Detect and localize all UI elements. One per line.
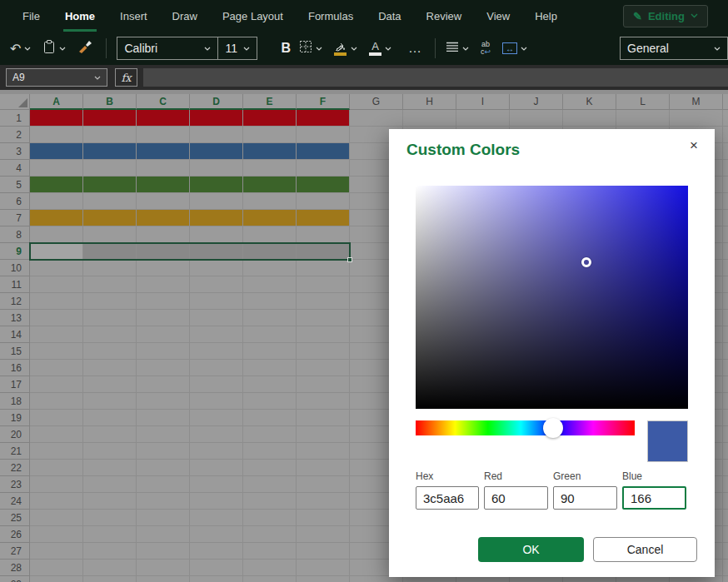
cell-J1[interactable] <box>510 110 563 127</box>
cell-B17[interactable] <box>83 376 137 393</box>
row-header-29[interactable]: 29 <box>0 576 30 582</box>
row-header-15[interactable]: 15 <box>0 343 30 360</box>
chevron-down-icon[interactable] <box>24 47 31 51</box>
editing-mode-button[interactable]: ✎ Editing <box>623 5 708 27</box>
blue-input[interactable] <box>622 486 686 510</box>
cell-C11[interactable] <box>137 276 190 293</box>
cell-B23[interactable] <box>83 476 137 493</box>
cell-D28[interactable] <box>190 560 243 576</box>
chevron-down-icon[interactable] <box>59 47 66 51</box>
row-header-14[interactable]: 14 <box>0 326 30 343</box>
cell-B8[interactable] <box>83 226 137 243</box>
cell-A18[interactable] <box>30 393 83 410</box>
cell-x8[interactable] <box>723 226 728 243</box>
cell-A24[interactable] <box>30 493 83 510</box>
cell-B20[interactable] <box>83 426 137 443</box>
cell-E3[interactable] <box>243 143 297 160</box>
merge-cells-button[interactable]: ↔ <box>502 42 527 54</box>
cell-B25[interactable] <box>83 510 137 526</box>
cell-F27[interactable] <box>297 543 350 560</box>
row-header-9[interactable]: 9 <box>0 243 30 260</box>
cell-F23[interactable] <box>297 476 350 493</box>
cell-F7[interactable] <box>297 210 350 226</box>
cell-A13[interactable] <box>30 310 83 326</box>
cell-H1[interactable] <box>403 110 456 127</box>
cell-C13[interactable] <box>137 310 190 326</box>
cell-B22[interactable] <box>83 460 137 476</box>
column-header-C[interactable]: C <box>137 94 190 110</box>
cell-E5[interactable] <box>243 177 297 193</box>
tab-insert[interactable]: Insert <box>107 0 160 32</box>
cell-A28[interactable] <box>30 560 83 576</box>
column-header-I[interactable]: I <box>456 94 510 110</box>
tab-page-layout[interactable]: Page Layout <box>210 0 296 32</box>
cell-B12[interactable] <box>83 293 137 310</box>
cell-L29[interactable] <box>616 576 670 582</box>
cell-E18[interactable] <box>243 393 297 410</box>
cell-E16[interactable] <box>243 360 297 376</box>
cell-D27[interactable] <box>190 543 243 560</box>
cell-F2[interactable] <box>297 127 350 143</box>
cell-x13[interactable] <box>723 310 728 326</box>
cell-x25[interactable] <box>723 510 728 526</box>
cell-x11[interactable] <box>723 276 728 293</box>
align-button[interactable] <box>446 41 469 56</box>
cell-F16[interactable] <box>297 360 350 376</box>
cell-F24[interactable] <box>297 493 350 510</box>
cell-E19[interactable] <box>243 410 297 426</box>
hue-slider-thumb[interactable] <box>543 418 563 438</box>
cell-E17[interactable] <box>243 376 297 393</box>
cell-F25[interactable] <box>297 510 350 526</box>
cell-F18[interactable] <box>297 393 350 410</box>
cell-x21[interactable] <box>723 443 728 460</box>
tab-formulas[interactable]: Formulas <box>296 0 366 32</box>
row-header-22[interactable]: 22 <box>0 460 30 476</box>
column-header-F[interactable]: F <box>297 94 350 110</box>
column-header-K[interactable]: K <box>563 94 616 110</box>
cell-F29[interactable] <box>297 576 350 582</box>
cell-B11[interactable] <box>83 276 137 293</box>
cell-A5[interactable] <box>30 177 83 193</box>
cell-E20[interactable] <box>243 426 297 443</box>
cell-E4[interactable] <box>243 160 297 177</box>
cell-B9[interactable] <box>83 243 137 260</box>
cell-A20[interactable] <box>30 426 83 443</box>
bold-button[interactable]: B <box>281 41 291 56</box>
cell-A16[interactable] <box>30 360 83 376</box>
cell-E11[interactable] <box>243 276 297 293</box>
cell-C28[interactable] <box>137 560 190 576</box>
cell-D11[interactable] <box>190 276 243 293</box>
cell-C6[interactable] <box>137 193 190 210</box>
cell-F10[interactable] <box>297 260 350 276</box>
cell-F9[interactable] <box>297 243 350 260</box>
cell-A7[interactable] <box>30 210 83 226</box>
cell-C26[interactable] <box>137 526 190 543</box>
number-format-select[interactable]: General <box>620 37 728 60</box>
cell-C17[interactable] <box>137 376 190 393</box>
row-header-24[interactable]: 24 <box>0 493 30 510</box>
cell-D14[interactable] <box>190 326 243 343</box>
cell-L1[interactable] <box>616 110 670 127</box>
cell-C7[interactable] <box>137 210 190 226</box>
cell-B27[interactable] <box>83 543 137 560</box>
cell-F4[interactable] <box>297 160 350 177</box>
cell-D2[interactable] <box>190 127 243 143</box>
cell-D22[interactable] <box>190 460 243 476</box>
cell-E2[interactable] <box>243 127 297 143</box>
row-header-13[interactable]: 13 <box>0 310 30 326</box>
hue-slider[interactable] <box>416 420 635 435</box>
cell-E27[interactable] <box>243 543 297 560</box>
cell-A17[interactable] <box>30 376 83 393</box>
borders-button[interactable] <box>299 40 322 57</box>
cell-C8[interactable] <box>137 226 190 243</box>
cell-x23[interactable] <box>723 476 728 493</box>
cell-D8[interactable] <box>190 226 243 243</box>
cell-D5[interactable] <box>190 177 243 193</box>
cell-D1[interactable] <box>190 110 243 127</box>
cell-D23[interactable] <box>190 476 243 493</box>
cell-A8[interactable] <box>30 226 83 243</box>
row-header-27[interactable]: 27 <box>0 543 30 560</box>
cell-E25[interactable] <box>243 510 297 526</box>
cell-B14[interactable] <box>83 326 137 343</box>
cell-J29[interactable] <box>510 576 563 582</box>
